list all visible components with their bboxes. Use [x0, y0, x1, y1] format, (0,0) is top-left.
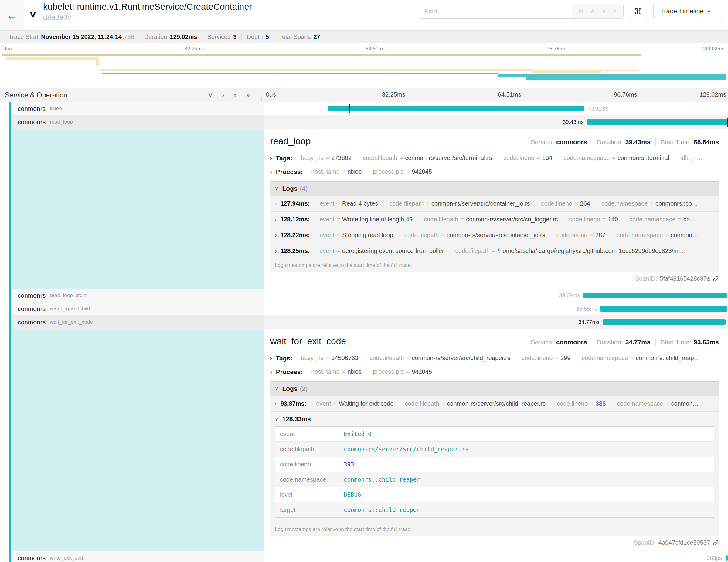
span-duration-label: 70.91ms — [585, 105, 611, 112]
key-value-pair: host.name=nixos — [306, 168, 367, 175]
spanid-value: 5faf48165428c37a — [660, 275, 710, 282]
expanded-log-header[interactable]: ∨ 128.33ms — [270, 412, 719, 426]
row-gutter — [0, 302, 9, 315]
expand-all-icon[interactable]: » — [246, 91, 250, 99]
operation-name: listen — [50, 106, 62, 112]
span-timeline-cell[interactable]: 35.58ms — [264, 302, 728, 315]
key-value-pair: code.namespace=conmon… — [611, 231, 704, 239]
span-row-write-exit-path[interactable]: conmonrs write_exit_path 303μs — [0, 551, 728, 562]
logs-header[interactable]: ∨ Logs (4) — [270, 182, 719, 196]
find-input[interactable] — [420, 4, 572, 18]
span-timeline-cell[interactable]: 70.91ms — [264, 102, 728, 115]
trace-minimap[interactable] — [2, 53, 726, 81]
chevron-right-icon[interactable]: › — [270, 368, 272, 375]
log-entry[interactable]: ›93.87ms:event=Waiting for exit codecode… — [270, 396, 719, 412]
operation-name: read_loop_stdin — [50, 292, 87, 298]
span-name-cell[interactable]: conmonrs listen — [0, 102, 264, 115]
service-name: conmonrs — [18, 305, 46, 312]
keyboard-shortcuts-button[interactable]: ⌘ — [630, 4, 647, 19]
back-arrow-icon: ← — [6, 9, 18, 22]
copy-link-icon[interactable] — [713, 276, 719, 282]
log-entry[interactable]: ›128.12ms:event=Wrote log line of length… — [270, 212, 719, 227]
process-kv-list: host.name=nixosprocess.pid=942045 — [306, 368, 437, 376]
key-value-pair: code.namespace=conmonrs::child_reap… — [576, 354, 705, 362]
span-name-cell[interactable]: conmonrs write_exit_path — [0, 551, 264, 562]
span-bar[interactable] — [726, 555, 728, 561]
span-bar[interactable] — [600, 306, 727, 312]
chevron-right-icon[interactable]: › — [270, 155, 272, 162]
span-bar[interactable] — [603, 319, 726, 325]
key-value-pair: code.lineno=287 — [551, 231, 611, 239]
chevron-right-icon[interactable]: › — [270, 168, 272, 175]
chevron-right-icon[interactable]: › — [270, 355, 272, 362]
log-field-row: code.namespaceconmonrs::child_reaper — [275, 472, 714, 487]
start-time-meta: Start Time:93.63ms — [656, 339, 719, 346]
service-meta: Service:conmonrs — [526, 138, 592, 146]
service-operation-header: Service & Operation ∨ › » » || — [0, 88, 264, 102]
span-row-read-loop-stdin[interactable]: conmonrs read_loop_stdin 39.69ms — [0, 289, 728, 302]
row-gutter — [0, 102, 9, 115]
span-timeline-cell[interactable]: 39.43ms — [264, 115, 728, 129]
span-duration-label: 34.77ms — [576, 319, 602, 325]
minimap-span-bar — [96, 58, 99, 66]
log-entry[interactable]: ›127.94ms:event=Read 4 bytescode.filepat… — [270, 196, 719, 212]
span-name-cell[interactable]: conmonrs wait_for_exit_code — [0, 315, 264, 329]
span-duration-label: 39.69ms — [556, 292, 582, 298]
span-name-cell[interactable]: conmonrs read_loop_stdin — [0, 289, 264, 302]
chevron-down-icon: ∨ — [275, 186, 278, 192]
span-name-cell[interactable]: conmonrs watch_grandchild — [0, 302, 264, 315]
tags-row[interactable]: › Tags: busy_ns=34506763code.filepath=co… — [270, 351, 719, 365]
crosshair-icon — [578, 8, 583, 13]
next-match-icon[interactable]: ∨ — [601, 8, 606, 15]
chevron-right-icon: › — [275, 200, 277, 207]
span-bar[interactable] — [583, 293, 728, 298]
span-bar[interactable] — [328, 106, 584, 111]
span-name-cell[interactable]: conmonrs read_loop — [0, 115, 264, 129]
tick-label: 64.51ms — [364, 46, 385, 52]
log-field-row: eventExited 0 — [275, 427, 714, 442]
process-row[interactable]: › Process: host.name=nixosprocess.pid=94… — [270, 165, 719, 178]
row-gutter — [0, 289, 9, 302]
column-resize-handle[interactable]: || — [260, 96, 263, 101]
collapse-all-icon[interactable]: » — [231, 93, 239, 97]
logs-count: (2) — [300, 385, 308, 392]
service-name: conmonrs — [18, 554, 46, 562]
span-tick — [726, 318, 726, 327]
focus-match-icon[interactable] — [578, 8, 583, 15]
logs-label: Logs — [282, 385, 297, 392]
key-value-pair: host.name=nixos — [306, 368, 367, 376]
view-selector-button[interactable]: Trace Timeline ∨ — [653, 4, 721, 19]
span-row-watch-grandchild[interactable]: conmonrs watch_grandchild 35.58ms — [0, 302, 728, 315]
logs-box: ∨ Logs (2) ›93.87ms:event=Waiting for ex… — [270, 381, 719, 536]
logs-box: ∨ Logs (4) ›127.94ms:event=Read 4 bytesc… — [270, 181, 719, 272]
clear-search-icon[interactable]: × — [613, 8, 617, 15]
log-entry[interactable]: ›128.22ms:event=Stopping read loopcode.f… — [270, 227, 719, 243]
key-value-pair: event=Stopping read loop — [314, 231, 399, 239]
logs-header[interactable]: ∨ Logs (2) — [270, 382, 719, 396]
span-tick — [725, 553, 725, 562]
log-field-row: levelDEBUG — [275, 487, 714, 502]
log-entry[interactable]: ›128.25ms:event=deregistering event sour… — [270, 243, 719, 259]
timeline-ruler: 0μs 32.25ms 64.51ms 96.76ms 129.02ms — [264, 88, 728, 102]
prev-match-icon[interactable]: ∧ — [590, 8, 595, 15]
key-value-pair: process.pid=942045 — [367, 368, 437, 376]
span-bar[interactable] — [587, 119, 728, 125]
process-row[interactable]: › Process: host.name=nixosprocess.pid=94… — [270, 365, 719, 378]
copy-link-icon[interactable] — [713, 540, 719, 546]
tick-label: 129.02ms — [702, 46, 724, 52]
expand-one-icon[interactable]: › — [222, 91, 224, 99]
span-row-listen[interactable]: conmonrs listen 70.91ms — [0, 102, 728, 115]
span-timeline-cell[interactable]: 34.77ms — [264, 315, 728, 329]
collapse-one-icon[interactable]: ∨ — [208, 91, 213, 99]
span-timeline-cell[interactable]: 39.69ms — [264, 289, 728, 302]
log-field-row: targetconmonrs::child_reaper — [275, 502, 714, 517]
span-timeline-cell[interactable]: 303μs — [264, 551, 728, 562]
back-button[interactable]: ← — [0, 0, 24, 30]
span-row-read-loop[interactable]: conmonrs read_loop 39.43ms — [0, 115, 728, 129]
tags-row[interactable]: › Tags: busy_ns=273882code.filepath=conm… — [270, 151, 719, 165]
minimap-span-bar — [2, 54, 641, 56]
trace-collapse-toggle[interactable]: ∨ — [29, 9, 37, 19]
key-value-pair: code.filepath=conmon-rs/server/src/conta… — [399, 231, 551, 239]
log-entry-list: ›127.94ms:event=Read 4 bytescode.filepat… — [270, 196, 719, 259]
span-row-wait-for-exit-code[interactable]: conmonrs wait_for_exit_code 34.77ms — [0, 315, 728, 329]
